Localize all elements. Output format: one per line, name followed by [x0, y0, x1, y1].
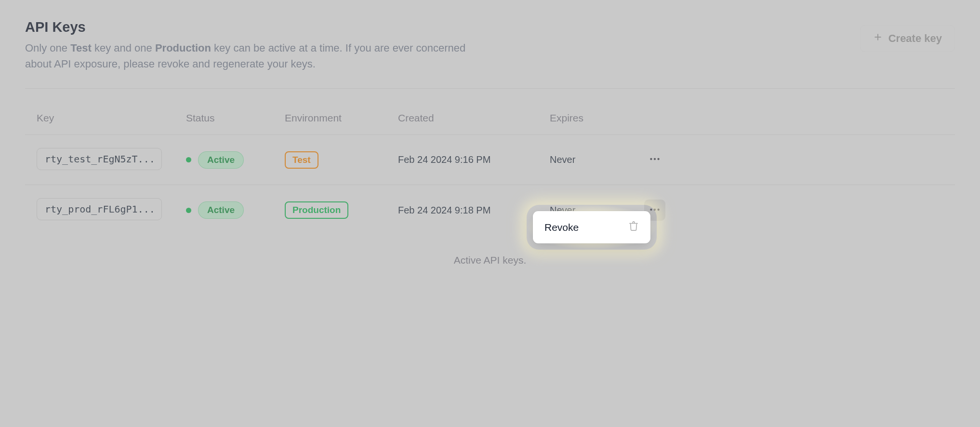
- col-header-expires: Expires: [550, 112, 632, 124]
- svg-point-3: [654, 158, 656, 160]
- environment-cell: Test: [285, 151, 398, 169]
- subtitle-bold-test: Test: [70, 42, 92, 54]
- api-keys-page: API Keys Only one Test key and one Produ…: [0, 0, 980, 295]
- environment-cell: Production: [285, 201, 398, 219]
- page-subtitle: Only one Test key and one Production key…: [25, 40, 488, 72]
- create-key-button[interactable]: Create key: [860, 25, 955, 52]
- actions-cell: [632, 149, 665, 171]
- key-cell: rty_prod_rFL6gP1...: [37, 198, 186, 222]
- api-keys-table: Key Status Environment Created Expires r…: [25, 101, 955, 235]
- subtitle-part: key and one: [92, 42, 155, 54]
- trash-icon: [628, 221, 639, 234]
- svg-point-7: [657, 208, 659, 210]
- highlight-halo: Revoke: [527, 205, 657, 250]
- table-row: rty_prod_rFL6gP1... Active Production Fe…: [25, 185, 955, 235]
- col-header-created: Created: [398, 112, 550, 124]
- key-chip[interactable]: rty_test_rEgN5zT...: [37, 148, 162, 170]
- plus-icon: [873, 32, 883, 45]
- svg-point-4: [657, 158, 659, 160]
- menu-item-revoke[interactable]: Revoke: [536, 214, 648, 240]
- status-badge: Active: [198, 201, 244, 219]
- col-header-key: Key: [37, 112, 186, 124]
- environment-badge-production: Production: [285, 201, 348, 219]
- key-cell: rty_test_rEgN5zT...: [37, 148, 186, 172]
- table-row: rty_test_rEgN5zT... Active Test Feb 24 2…: [25, 135, 955, 185]
- col-header-status: Status: [186, 112, 285, 124]
- ellipsis-icon: [649, 153, 661, 167]
- row-actions-menu: Revoke: [533, 211, 650, 243]
- create-key-label: Create key: [888, 32, 942, 45]
- status-cell: Active: [186, 201, 285, 219]
- subtitle-bold-production: Production: [155, 42, 211, 54]
- row-actions-menu-wrap: Revoke: [527, 205, 657, 250]
- status-dot-icon: [186, 208, 191, 213]
- page-header: API Keys Only one Test key and one Produ…: [25, 19, 955, 89]
- col-header-environment: Environment: [285, 112, 398, 124]
- expires-cell: Never: [550, 154, 632, 165]
- key-chip[interactable]: rty_prod_rFL6gP1...: [37, 198, 162, 220]
- status-badge: Active: [198, 151, 244, 169]
- row-actions-button[interactable]: [644, 149, 665, 171]
- table-header-row: Key Status Environment Created Expires: [25, 101, 955, 135]
- status-dot-icon: [186, 157, 191, 162]
- svg-point-2: [650, 158, 652, 160]
- menu-item-label: Revoke: [544, 222, 579, 233]
- subtitle-part: Only one: [25, 42, 70, 54]
- header-text: API Keys Only one Test key and one Produ…: [25, 19, 488, 72]
- environment-badge-test: Test: [285, 151, 318, 169]
- created-cell: Feb 24 2024 9:16 PM: [398, 154, 550, 165]
- page-title: API Keys: [25, 19, 488, 35]
- status-cell: Active: [186, 151, 285, 169]
- table-footer-caption: Active API keys.: [25, 254, 955, 266]
